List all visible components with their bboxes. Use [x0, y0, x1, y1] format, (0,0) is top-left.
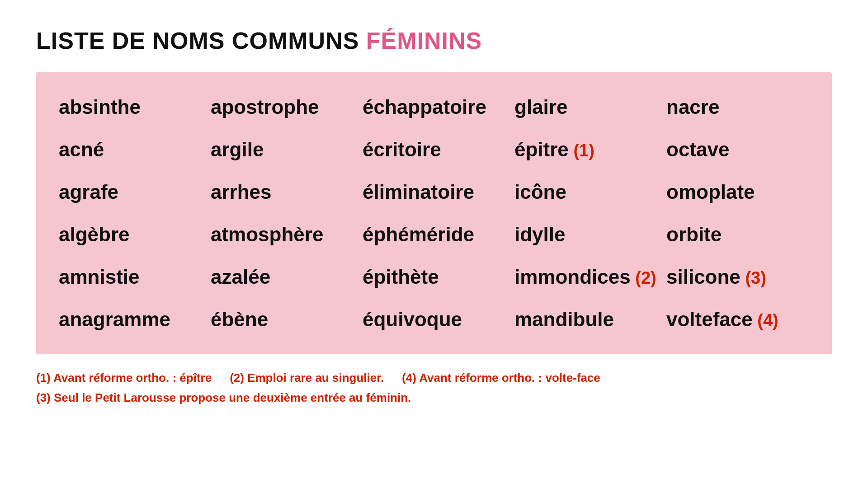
word-cell: icône: [510, 171, 662, 213]
word-cell: glaire: [510, 86, 662, 128]
word-cell: éphéméride: [358, 213, 510, 256]
word-cell: écritoire: [358, 128, 510, 171]
footnote-item: (2) Emploi rare au singulier.: [230, 368, 384, 388]
word-cell: mandibule: [510, 298, 662, 341]
word-cell: agrafe: [54, 171, 206, 213]
word-cell: acné: [54, 128, 206, 171]
word-table: absintheapostropheéchappatoireglairenacr…: [36, 72, 832, 354]
word-cell: argile: [206, 128, 358, 171]
word-cell: volteface (4): [662, 298, 814, 341]
word-cell: atmosphère: [206, 213, 358, 256]
word-cell: algèbre: [54, 213, 206, 256]
footnote-item: (3) Seul le Petit Larousse propose une d…: [36, 388, 832, 408]
footnote-item: (4) Avant réforme ortho. : volte-face: [402, 368, 600, 388]
word-cell: anagramme: [54, 298, 206, 341]
word-cell: idylle: [510, 213, 662, 256]
title-pink: FÉMININS: [366, 28, 482, 54]
word-cell: absinthe: [54, 86, 206, 128]
word-cell: apostrophe: [206, 86, 358, 128]
title-black: LISTE DE NOMS COMMUNS: [36, 28, 366, 54]
word-cell: échappatoire: [358, 86, 510, 128]
word-cell: nacre: [662, 86, 814, 128]
word-grid: absintheapostropheéchappatoireglairenacr…: [54, 86, 814, 341]
word-cell: octave: [662, 128, 814, 171]
word-cell: équivoque: [358, 298, 510, 341]
word-cell: ébène: [206, 298, 358, 341]
word-cell: arrhes: [206, 171, 358, 213]
footnotes: (1) Avant réforme ortho. : épître(2) Emp…: [36, 368, 832, 408]
page-title: LISTE DE NOMS COMMUNS FÉMININS: [36, 27, 832, 54]
word-cell: amnistie: [54, 256, 206, 298]
word-cell: orbite: [662, 213, 814, 256]
footnote-item: (1) Avant réforme ortho. : épître: [36, 368, 212, 388]
word-cell: immondices (2): [510, 256, 662, 298]
word-cell: épitre (1): [510, 128, 662, 171]
word-cell: omoplate: [662, 171, 814, 213]
word-cell: éliminatoire: [358, 171, 510, 213]
word-cell: azalée: [206, 256, 358, 298]
word-cell: épithète: [358, 256, 510, 298]
word-cell: silicone (3): [662, 256, 814, 298]
